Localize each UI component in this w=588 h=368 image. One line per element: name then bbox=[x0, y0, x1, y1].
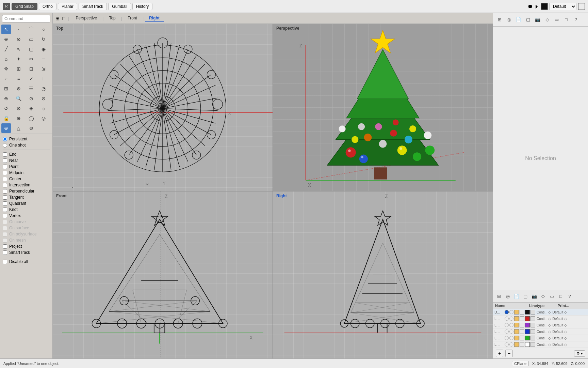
arc-tool[interactable]: ◔ bbox=[39, 84, 48, 93]
gumball-button[interactable]: Gumball bbox=[108, 3, 131, 10]
grid-tool[interactable]: ⊞ bbox=[1, 84, 11, 93]
display-icon[interactable]: ▭ bbox=[553, 16, 560, 24]
display-mode-dropdown[interactable]: Default bbox=[549, 3, 576, 10]
circle-tool[interactable]: ○ bbox=[39, 25, 48, 34]
viewport-perspective[interactable]: Perspective bbox=[273, 24, 493, 191]
layer-vis-5[interactable] bbox=[505, 342, 509, 347]
lasso-tool[interactable]: ⊗ bbox=[14, 34, 23, 44]
mirror-tool[interactable]: ⊟ bbox=[27, 64, 36, 74]
properties-icon[interactable]: ◎ bbox=[505, 16, 513, 24]
magnify-tool[interactable]: ⊕ bbox=[1, 94, 11, 103]
mat2-icon[interactable]: ◇ bbox=[539, 292, 547, 300]
add-layer-button[interactable]: + bbox=[496, 350, 503, 357]
box2-icon[interactable]: ▢ bbox=[522, 292, 529, 300]
sphere-tool[interactable]: ◉ bbox=[39, 44, 48, 54]
layer-vis-2[interactable] bbox=[505, 323, 509, 327]
layer-swatch-2[interactable] bbox=[525, 323, 530, 327]
line-tool[interactable]: ╱ bbox=[1, 44, 11, 54]
layer-vis-1[interactable] bbox=[505, 317, 509, 321]
rotate-tool[interactable]: ↻ bbox=[39, 34, 48, 44]
disp2-icon[interactable]: ▭ bbox=[548, 292, 556, 300]
snap3-tool[interactable]: △ bbox=[14, 123, 23, 133]
grid-snap-button[interactable]: Grid Snap bbox=[12, 3, 37, 10]
layer-print-icon-4[interactable] bbox=[530, 336, 535, 340]
snap-near-label[interactable]: Near bbox=[9, 158, 18, 163]
layer-color-swatch-0[interactable] bbox=[525, 310, 530, 315]
camera-icon[interactable]: 📷 bbox=[534, 16, 541, 24]
snap-project[interactable]: Project bbox=[3, 243, 50, 249]
document-icon[interactable]: 📄 bbox=[515, 16, 522, 24]
snap4-tool[interactable]: ⊚ bbox=[27, 123, 36, 133]
snap-vertex[interactable]: Vertex bbox=[3, 213, 50, 219]
cam2-icon[interactable]: 📷 bbox=[530, 292, 538, 300]
snap-end-label[interactable]: End bbox=[9, 152, 16, 157]
win2-icon[interactable]: □ bbox=[557, 292, 565, 300]
layer-mat-3[interactable] bbox=[520, 329, 524, 334]
layer-swatch-3[interactable] bbox=[525, 329, 530, 334]
point-tool[interactable]: · bbox=[14, 25, 23, 34]
layers2-icon[interactable]: ⊞ bbox=[495, 292, 503, 300]
layer-print-icon-5[interactable] bbox=[530, 342, 535, 347]
app-icon[interactable]: R bbox=[3, 3, 10, 10]
snap-persistent-label[interactable]: Persistent bbox=[9, 137, 27, 141]
search-tool[interactable]: 🔍 bbox=[14, 94, 23, 103]
object-icon[interactable]: ▢ bbox=[524, 16, 532, 24]
offset-tool[interactable]: ≡ bbox=[14, 74, 23, 83]
layer-print-icon-1[interactable] bbox=[530, 316, 535, 321]
zoom-ext-tool[interactable]: ⊘ bbox=[39, 94, 48, 103]
layer-lock-5[interactable] bbox=[509, 342, 513, 347]
target-icon[interactable]: ◎ bbox=[504, 292, 511, 300]
copy-tool[interactable]: ⊞ bbox=[14, 64, 23, 74]
layer-print-icon-3[interactable] bbox=[530, 329, 535, 334]
layer-mat-2[interactable] bbox=[520, 323, 524, 327]
tab-front[interactable]: Front bbox=[124, 15, 141, 22]
snap-persistent[interactable]: Persistent bbox=[3, 136, 50, 142]
check-tool[interactable]: ✓ bbox=[27, 74, 36, 83]
layer-swatch-1[interactable] bbox=[525, 316, 530, 321]
viewport-right[interactable]: Right bbox=[273, 191, 493, 359]
snap-one-shot[interactable]: One shot bbox=[3, 142, 50, 148]
layer-settings-button[interactable]: ⚙ ▾ bbox=[574, 350, 585, 357]
render2-tool[interactable]: ◎ bbox=[39, 113, 48, 123]
osnap-tool[interactable]: ⊕ bbox=[1, 123, 11, 133]
snap-oneshot-label[interactable]: One shot bbox=[9, 143, 26, 148]
viewport-front[interactable]: Front bbox=[53, 191, 273, 359]
snap-vertex-label[interactable]: Vertex bbox=[9, 213, 21, 218]
snap-intersection-label[interactable]: Intersection bbox=[9, 183, 30, 187]
layer-print-icon-0[interactable] bbox=[530, 310, 535, 315]
layer-lock-3[interactable] bbox=[509, 329, 513, 334]
layer-row-2[interactable]: L... Conti... ◇ Default ◇ bbox=[493, 322, 588, 328]
extend-tool[interactable]: ⊣ bbox=[39, 54, 48, 64]
snap-quadrant-label[interactable]: Quadrant bbox=[9, 201, 26, 206]
tab-top[interactable]: Top bbox=[105, 15, 119, 22]
snap-on-polysurface[interactable]: On polysurface bbox=[3, 231, 50, 237]
snap-tangent-label[interactable]: Tangent bbox=[9, 195, 24, 200]
rect-select-tool[interactable]: ▭ bbox=[27, 34, 36, 44]
layer-mat-5[interactable] bbox=[520, 342, 524, 347]
snap-near[interactable]: Near bbox=[3, 157, 50, 164]
orbit-tool[interactable]: ↺ bbox=[1, 104, 11, 113]
snap-disable-label[interactable]: Disable all bbox=[9, 259, 28, 264]
snap-knot-label[interactable]: Knot bbox=[9, 207, 18, 212]
layer-color-icon-3[interactable] bbox=[514, 329, 519, 334]
select-tool[interactable]: ↖ bbox=[1, 25, 11, 34]
layer-locked-dot-0[interactable] bbox=[509, 310, 513, 314]
layer-row-0[interactable]: D... Conti... ◇ Default ◇ bbox=[493, 309, 588, 316]
snap-midpoint[interactable]: Midpoint bbox=[3, 170, 50, 176]
viewport-top[interactable]: Top X Y - bbox=[53, 24, 273, 191]
command-input[interactable] bbox=[2, 15, 50, 22]
dimension-tool[interactable]: ⊢ bbox=[39, 74, 48, 83]
layer-color-icon-4[interactable] bbox=[514, 336, 519, 340]
snap-disable-all[interactable]: Disable all bbox=[3, 259, 50, 265]
snap-knot[interactable]: Knot bbox=[3, 206, 50, 213]
snap-perp-label[interactable]: Perpendicular bbox=[9, 189, 34, 194]
layer-swatch-5[interactable] bbox=[525, 342, 530, 347]
lock-tool[interactable]: 🔒 bbox=[1, 113, 11, 123]
planar-button[interactable]: Planar bbox=[58, 3, 77, 10]
snap-point-label[interactable]: Point bbox=[9, 164, 18, 169]
cplane-label[interactable]: CPlane bbox=[512, 361, 529, 366]
snap-point[interactable]: Point bbox=[3, 164, 50, 170]
star-tool[interactable]: ✦ bbox=[14, 54, 23, 64]
material-icon[interactable]: ◇ bbox=[543, 16, 551, 24]
remove-layer-button[interactable]: − bbox=[505, 350, 513, 357]
